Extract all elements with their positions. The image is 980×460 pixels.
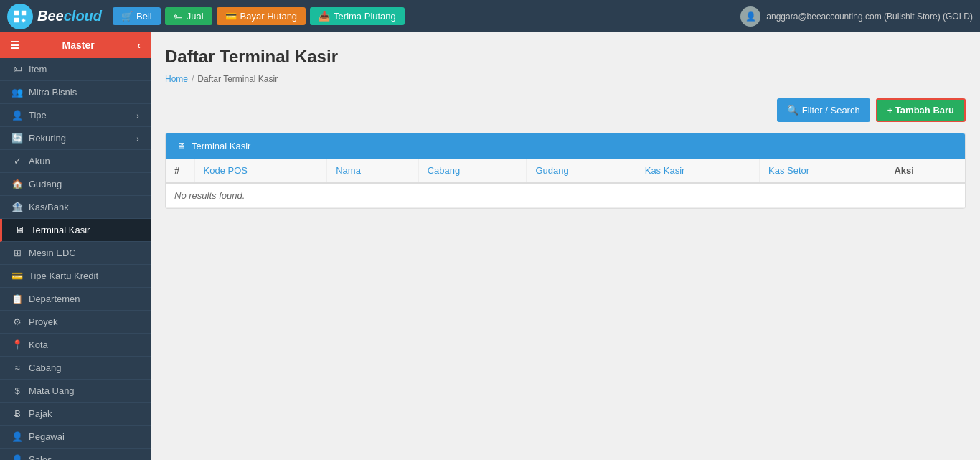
user-info: anggara@beeaccounting.com (Bullshit Stor…	[766, 11, 973, 22]
pajak-icon: Ƀ	[11, 408, 23, 419]
sidebar-header-label: Master	[62, 39, 95, 51]
sidebar-item-label: Cabang	[29, 362, 62, 373]
sidebar-item-proyek[interactable]: ⚙ Proyek	[0, 311, 151, 334]
tambah-baru-button[interactable]: + Tambah Baru	[876, 98, 966, 122]
search-icon: 🔍	[787, 105, 798, 116]
akun-icon: ✓	[11, 156, 23, 166]
hamburger-icon: ☰	[10, 39, 19, 51]
sidebar-item-label: Pajak	[29, 408, 52, 419]
col-kode-pos[interactable]: Kode POS	[194, 159, 327, 183]
sidebar-item-cabang[interactable]: ≈ Cabang	[0, 357, 151, 380]
col-cabang[interactable]: Cabang	[418, 159, 527, 183]
dept-icon: 📋	[11, 294, 23, 304]
sidebar-item-label: Terminal Kasir	[31, 225, 90, 235]
sidebar-item-label: Mitra Bisnis	[29, 87, 77, 98]
sidebar-item-sales[interactable]: 👤 Sales	[0, 449, 151, 460]
sidebar-item-label: Gudang	[29, 179, 62, 189]
no-results-row: No results found.	[166, 183, 965, 208]
chevron-right-icon2: ›	[136, 134, 139, 143]
table-card-header: 🖥 Terminal Kasir	[166, 133, 965, 159]
breadcrumb: Home / Daftar Terminal Kasir	[165, 74, 966, 84]
sidebar-item-label: Sales	[29, 454, 52, 460]
sidebar-item-mitra-bisnis[interactable]: 👥 Mitra Bisnis	[0, 81, 151, 104]
col-kas-kasir[interactable]: Kas Kasir	[636, 159, 759, 183]
content-area: Daftar Terminal Kasir Home / Daftar Term…	[151, 32, 980, 460]
terminal-icon: 🖥	[14, 225, 25, 235]
item-icon: 🏷	[11, 64, 23, 75]
sidebar-item-terminal-kasir[interactable]: 🖥 Terminal Kasir	[0, 219, 151, 242]
sidebar-item-tipe-kartu-kredit[interactable]: 💳 Tipe Kartu Kredit	[0, 265, 151, 288]
sidebar-item-label: Departemen	[29, 294, 80, 304]
col-hash: #	[166, 159, 194, 183]
data-table: # Kode POS Nama Cabang Gudang Kas Kasir …	[166, 159, 965, 208]
breadcrumb-separator: /	[192, 74, 194, 84]
sidebar-item-label: Akun	[29, 156, 50, 166]
cart-icon: 🛒	[121, 11, 133, 22]
credit-icon: 💳	[225, 11, 237, 22]
proyek-icon: ⚙	[11, 316, 23, 327]
table-card-title: Terminal Kasir	[192, 141, 250, 151]
col-kas-setor[interactable]: Kas Setor	[760, 159, 885, 183]
user-avatar: 👤	[740, 6, 760, 27]
sidebar-item-label: Item	[29, 64, 47, 75]
tag-icon: 🏷	[174, 11, 183, 22]
filter-search-button[interactable]: 🔍 Filter / Search	[777, 98, 870, 122]
chevron-left-icon: ‹	[137, 39, 141, 51]
chevron-right-icon: ›	[136, 111, 139, 120]
sidebar-item-pajak[interactable]: Ƀ Pajak	[0, 403, 151, 426]
sidebar-item-kas-bank[interactable]: 🏦 Kas/Bank	[0, 196, 151, 219]
nav-btn-terima-piutang[interactable]: 📥 Terima Piutang	[310, 7, 405, 25]
sidebar-item-label: Mata Uang	[29, 385, 75, 396]
breadcrumb-home[interactable]: Home	[165, 74, 188, 84]
sidebar-item-rekuring[interactable]: 🔄 Rekuring ›	[0, 127, 151, 150]
toolbar: 🔍 Filter / Search + Tambah Baru	[165, 98, 966, 122]
kasbank-icon: 🏦	[11, 202, 23, 212]
sidebar-header[interactable]: ☰ Master ‹	[0, 32, 151, 58]
sidebar-item-label: Pegawai	[29, 431, 65, 442]
col-gudang[interactable]: Gudang	[527, 159, 636, 183]
matauang-icon: $	[11, 385, 23, 396]
sidebar-item-label: Tipe Kartu Kredit	[29, 271, 98, 281]
no-results-text: No results found.	[166, 183, 965, 208]
sidebar-item-gudang[interactable]: 🏠 Gudang	[0, 173, 151, 196]
sidebar: ☰ Master ‹ 🏷 Item 👥 Mitra Bisnis 👤 Tipe …	[0, 32, 151, 460]
kota-icon: 📍	[11, 339, 23, 350]
brand-text: Beecloud	[37, 8, 102, 24]
sales-icon: 👤	[11, 454, 23, 460]
sidebar-item-kota[interactable]: 📍 Kota	[0, 334, 151, 357]
tipe-icon: 👤	[11, 110, 23, 121]
nav-btn-jual[interactable]: 🏷 Jual	[165, 7, 212, 25]
sidebar-item-label: Tipe	[29, 110, 47, 121]
sidebar-item-label: Kota	[29, 339, 48, 350]
nav-btn-bayar-hutang[interactable]: 💳 Bayar Hutang	[217, 7, 306, 25]
sidebar-item-departemen[interactable]: 📋 Departemen	[0, 288, 151, 311]
brand: Beecloud	[7, 4, 102, 29]
sidebar-item-item[interactable]: 🏷 Item	[0, 58, 151, 81]
table-card: 🖥 Terminal Kasir # Kode POS Nama Cabang …	[165, 133, 966, 209]
pegawai-icon: 👤	[11, 431, 23, 442]
sidebar-item-mesin-edc[interactable]: ⊞ Mesin EDC	[0, 242, 151, 265]
table-header-row: # Kode POS Nama Cabang Gudang Kas Kasir …	[166, 159, 965, 183]
sidebar-item-pegawai[interactable]: 👤 Pegawai	[0, 426, 151, 449]
navbar-right: 👤 anggara@beeaccounting.com (Bullshit St…	[740, 6, 973, 27]
navbar: Beecloud 🛒 Beli 🏷 Jual 💳 Bayar Hutang 📥 …	[0, 0, 980, 32]
sidebar-item-label: Proyek	[29, 316, 57, 327]
col-nama[interactable]: Nama	[327, 159, 419, 183]
receive-icon: 📥	[319, 11, 330, 22]
nav-btn-beli[interactable]: 🛒 Beli	[113, 7, 161, 25]
cabang-icon: ≈	[11, 362, 23, 373]
sidebar-item-akun[interactable]: ✓ Akun	[0, 150, 151, 173]
breadcrumb-current: Daftar Terminal Kasir	[197, 74, 278, 84]
page-title: Daftar Terminal Kasir	[165, 47, 966, 67]
col-aksi: Aksi	[885, 159, 965, 183]
sidebar-item-label: Rekuring	[29, 133, 66, 144]
monitor-icon: 🖥	[176, 141, 186, 151]
nav-buttons: 🛒 Beli 🏷 Jual 💳 Bayar Hutang 📥 Terima Pi…	[113, 7, 405, 25]
sidebar-item-tipe[interactable]: 👤 Tipe ›	[0, 104, 151, 127]
main-container: ☰ Master ‹ 🏷 Item 👥 Mitra Bisnis 👤 Tipe …	[0, 32, 980, 460]
sidebar-item-mata-uang[interactable]: $ Mata Uang	[0, 380, 151, 403]
edc-icon: ⊞	[11, 248, 23, 258]
sidebar-item-label: Kas/Bank	[29, 202, 69, 212]
rekuring-icon: 🔄	[11, 133, 23, 144]
kredit-icon: 💳	[11, 271, 23, 281]
